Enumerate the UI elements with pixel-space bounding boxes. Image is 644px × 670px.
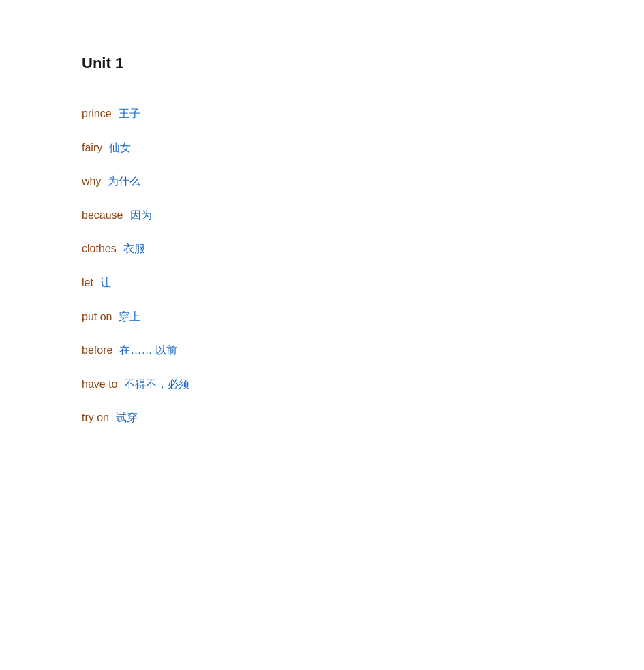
chinese-translation: 仙女 bbox=[109, 139, 131, 157]
chinese-translation: 衣服 bbox=[123, 240, 145, 258]
english-word: try on bbox=[82, 409, 109, 427]
chinese-translation: 王子 bbox=[119, 105, 140, 123]
vocab-item: put on穿上 bbox=[82, 300, 562, 334]
vocab-list: prince王子fairy仙女why为什么because因为clothes衣服l… bbox=[82, 97, 562, 435]
english-word: before bbox=[82, 341, 112, 359]
chinese-translation: 穿上 bbox=[119, 308, 140, 326]
vocab-item: clothes衣服 bbox=[82, 232, 562, 266]
vocab-item: before在…… 以前 bbox=[82, 333, 562, 367]
unit-title: Unit 1 bbox=[82, 55, 562, 72]
chinese-translation: 为什么 bbox=[108, 172, 140, 190]
vocab-item: because因为 bbox=[82, 198, 562, 232]
vocab-item: why为什么 bbox=[82, 164, 562, 198]
page-container: Unit 1 prince王子fairy仙女why为什么because因为clo… bbox=[0, 0, 644, 489]
english-word: prince bbox=[82, 105, 112, 123]
english-word: put on bbox=[82, 308, 112, 326]
chinese-translation: 试穿 bbox=[116, 409, 138, 427]
chinese-translation: 让 bbox=[100, 274, 111, 292]
vocab-item: try on试穿 bbox=[82, 401, 562, 435]
chinese-translation: 因为 bbox=[130, 207, 152, 224]
english-word: have to bbox=[82, 376, 117, 393]
english-word: let bbox=[82, 274, 93, 292]
vocab-item: have to不得不，必须 bbox=[82, 367, 562, 401]
english-word: clothes bbox=[82, 240, 117, 258]
vocab-item: fairy仙女 bbox=[82, 131, 562, 165]
english-word: because bbox=[82, 207, 123, 224]
vocab-item: prince王子 bbox=[82, 97, 562, 131]
english-word: why bbox=[82, 172, 101, 190]
english-word: fairy bbox=[82, 139, 102, 157]
chinese-translation: 在…… 以前 bbox=[119, 341, 177, 359]
vocab-item: let让 bbox=[82, 266, 562, 300]
chinese-translation: 不得不，必须 bbox=[124, 376, 189, 393]
